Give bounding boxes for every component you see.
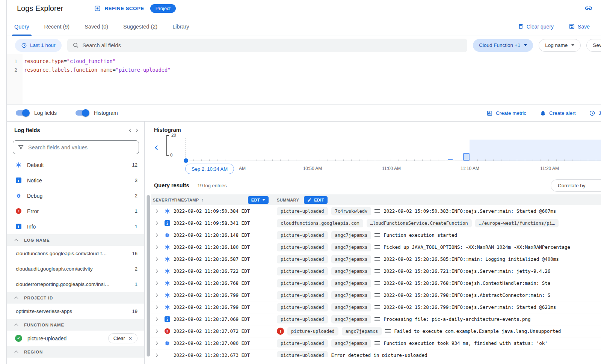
severity-column-header[interactable]: SEVERITY (151, 198, 174, 202)
log-label-chip[interactable]: picture-uploaded (277, 303, 328, 311)
log-label-chip[interactable]: …/europe-west1/functions/pi… (475, 219, 559, 227)
fields-search-input[interactable] (28, 144, 134, 150)
severity-item-error[interactable]: !!Error1 (7, 203, 144, 219)
histogram-selection-region[interactable] (470, 140, 601, 161)
histogram-back-button[interactable] (156, 144, 159, 151)
field-item-cloudfunctions-googleapis-com-cloud-f[interactable]: cloudfunctions.googleapis.com/cloud-f…16 (7, 246, 144, 261)
log-label-chip[interactable]: picture-uploaded (277, 351, 328, 358)
tab-query[interactable]: Query (7, 17, 37, 36)
query-editor[interactable]: 12 resource.type="cloud_function"resourc… (7, 54, 601, 104)
field-item-clouderrorreporting-googleapis-com-insi[interactable]: clouderrorreporting.googleapis.com/insi…… (7, 277, 144, 292)
log-label-chip[interactable]: cloudfunctions.googleapis.com (277, 219, 363, 227)
log-label-chip[interactable]: picture-uploaded (277, 267, 328, 275)
resource-filter-dropdown[interactable]: Cloud Function +1 (473, 39, 533, 52)
time-range-button[interactable]: Last 1 hour (15, 39, 62, 52)
section-header-region[interactable]: REGION (7, 346, 144, 358)
log-label-chip[interactable]: picture-uploaded (287, 327, 338, 335)
share-link-icon[interactable] (584, 4, 593, 14)
log-label-chip[interactable]: angc7jepamxs (331, 243, 371, 251)
jump-to-now-button[interactable]: Jump to now (589, 110, 601, 116)
expand-row-chevron[interactable] (151, 210, 161, 212)
results-scrollbar[interactable] (146, 195, 150, 356)
log-label-chip[interactable]: angc7jepamxs (331, 267, 371, 275)
log-label-chip[interactable]: angc7jepamxs (331, 231, 371, 239)
log-label-chip[interactable]: angc7jepamxs (331, 255, 371, 263)
log-row[interactable]: 2022-09-02 11:28:26.799 EDTpicture-uploa… (151, 289, 601, 301)
severity-filter-dropdown[interactable]: Severity (586, 39, 601, 52)
log-row[interactable]: 2022-09-02 11:28:32.673 EDTpicture-uploa… (151, 349, 601, 357)
expand-row-chevron[interactable] (151, 342, 161, 344)
log-label-chip[interactable]: …loudFunctionsService.CreateFunction (367, 219, 472, 227)
expand-row-chevron[interactable] (151, 318, 161, 320)
search-input[interactable] (83, 42, 462, 48)
log-label-chip[interactable]: picture-uploaded (277, 255, 328, 263)
expand-row-chevron[interactable] (151, 222, 161, 224)
log-label-chip[interactable]: angc7jepamxs (331, 339, 371, 347)
expand-row-chevron[interactable] (151, 234, 161, 236)
fields-search-box[interactable] (13, 140, 139, 154)
tab-saved-0[interactable]: Saved (0) (77, 17, 116, 36)
field-item-picture-uploaded[interactable]: ✓picture-uploadedClear✕ (7, 331, 144, 346)
section-header-project-id[interactable]: PROJECT ID (7, 292, 144, 304)
log-row[interactable]: !!2022-09-02 11:28:27.072 EDT!picture-up… (151, 325, 601, 337)
refine-scope-button[interactable]: REFINE SCOPE (94, 5, 144, 12)
clear-filter-button[interactable]: Clear✕ (108, 333, 137, 343)
query-line[interactable]: resource.type="cloud_function" (24, 57, 171, 66)
field-item-cloudaudit-googleapis-com-activity[interactable]: cloudaudit.googleapis.com/activity2 (7, 261, 144, 277)
log-label-chip[interactable]: angc7jepamxs (331, 291, 371, 299)
severity-item-notice[interactable]: iNotice3 (7, 173, 144, 188)
severity-item-info[interactable]: iInfo1 (7, 219, 144, 234)
log-row[interactable]: 2022-09-02 11:09:50.384 EDTpicture-uploa… (151, 205, 601, 217)
log-label-chip[interactable]: picture-uploaded (277, 279, 328, 287)
expand-row-chevron[interactable] (151, 330, 161, 332)
severity-item-debug[interactable]: Debug2 (7, 188, 144, 203)
log-row[interactable]: 2022-09-02 11:28:26.148 EDTpicture-uploa… (151, 229, 601, 241)
toggle-switch[interactable] (76, 110, 88, 116)
log-row[interactable]: 2022-09-02 11:28:26.768 EDTpicture-uploa… (151, 277, 601, 289)
log-label-chip[interactable]: 7c4rwskwledv (331, 207, 371, 215)
clear-query-button[interactable]: Clear query (518, 23, 554, 30)
log-label-chip[interactable]: picture-uploaded (277, 231, 328, 239)
create-metric-button[interactable]: Create metric (486, 110, 526, 116)
log-row[interactable]: i2022-09-02 11:09:58.341 EDTcloudfunctio… (151, 217, 601, 229)
log-row[interactable]: i2022-09-02 11:28:27.069 EDTpicture-uplo… (151, 313, 601, 325)
selection-start-handle[interactable] (184, 158, 188, 163)
tab-suggested-2[interactable]: Suggested (2) (116, 17, 165, 36)
log-fields-toggle[interactable]: Log fields (16, 110, 57, 116)
log-row[interactable]: 2022-09-02 11:28:26.180 EDTpicture-uploa… (151, 241, 601, 253)
save-button[interactable]: Save (569, 23, 590, 30)
log-row[interactable]: 2022-09-02 11:28:26.799 EDTpicture-uploa… (151, 301, 601, 313)
timezone-selector[interactable]: EDT (248, 196, 269, 204)
log-label-chip[interactable]: picture-uploaded (277, 339, 328, 347)
log-label-chip[interactable]: angc7jepamxs (331, 315, 371, 323)
expand-row-chevron[interactable] (151, 270, 161, 272)
scope-project-badge[interactable]: Project (150, 4, 176, 13)
edit-summary-button[interactable]: EDIT (304, 196, 328, 204)
expand-row-chevron[interactable] (151, 282, 161, 284)
log-label-chip[interactable]: picture-uploaded (277, 315, 328, 323)
field-item-optimize-serverless-apps[interactable]: optimize-serverless-apps19 (7, 304, 144, 319)
severity-item-default[interactable]: Default12 (7, 157, 144, 173)
histogram-toggle[interactable]: Histogram (76, 110, 118, 116)
expand-row-chevron[interactable] (151, 306, 161, 308)
log-row[interactable]: 2022-09-02 11:28:27.080 EDTpicture-uploa… (151, 337, 601, 349)
query-line[interactable]: resource.labels.function_name="picture-u… (24, 66, 171, 74)
log-label-chip[interactable]: angc7jepamxs (331, 303, 371, 311)
sort-ascending-icon[interactable]: ↑ (201, 197, 204, 203)
expand-row-chevron[interactable] (151, 246, 161, 248)
log-label-chip[interactable]: angc7jepamxs (331, 279, 371, 287)
expand-row-chevron[interactable] (151, 354, 161, 356)
expand-row-chevron[interactable] (151, 258, 161, 260)
log-label-chip[interactable]: picture-uploaded (277, 207, 328, 215)
search-all-fields[interactable] (67, 39, 468, 52)
log-row[interactable]: 2022-09-02 11:28:26.587 EDTpicture-uploa… (151, 253, 601, 265)
histogram-bar[interactable] (448, 159, 453, 160)
log-name-filter-dropdown[interactable]: Log name (539, 39, 581, 52)
editor-code[interactable]: resource.type="cloud_function"resource.l… (23, 54, 171, 104)
log-label-chip[interactable]: picture-uploaded (277, 243, 328, 251)
expand-row-chevron[interactable] (151, 294, 161, 296)
toggle-switch[interactable] (16, 110, 29, 116)
section-header-log-name[interactable]: LOG NAME (7, 234, 144, 246)
timestamp-column-header[interactable]: TIMESTAMP ↑ EDT (174, 196, 277, 204)
log-row[interactable]: 2022-09-02 11:28:26.722 EDTpicture-uploa… (151, 265, 601, 277)
